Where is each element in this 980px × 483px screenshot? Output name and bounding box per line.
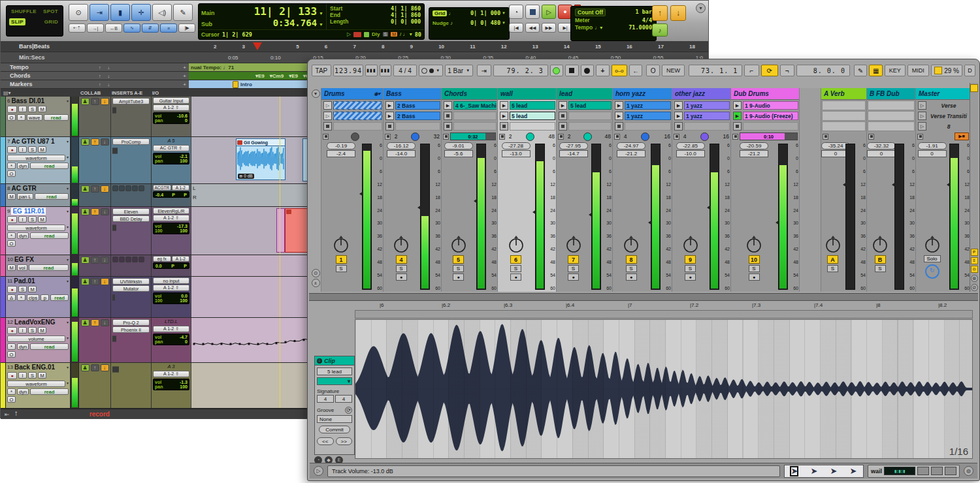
empty-slot[interactable] [395,122,440,131]
volume-value[interactable]: -14.0 [387,150,416,157]
return-slot[interactable] [868,101,915,110]
insert-slot[interactable] [119,257,125,262]
track-delay-value[interactable]: 4 [621,133,629,140]
clip-stop-button[interactable] [733,122,742,131]
output-path[interactable]: A 1-2 ⇧ [153,215,189,221]
track-stop-button[interactable] [917,134,923,140]
pan-mini-knob[interactable] [700,132,709,141]
volume-display[interactable]: -0.4PP [153,191,189,198]
mute-button[interactable]: M [38,106,46,112]
punch-out-icon[interactable]: ¬ [780,65,794,76]
grid-toggle[interactable]: Grid [433,10,447,16]
stop-button[interactable] [565,65,579,76]
track-name[interactable]: Back ENG.01 [14,364,55,371]
empty-slot[interactable] [868,101,915,110]
collab-owner-icon[interactable]: ♟ [81,319,90,326]
collab-upload-icon[interactable]: ↑ [91,208,99,215]
clip-progress-bar[interactable]: 0:32 [450,132,496,140]
track-small-button[interactable]: * [7,163,16,169]
automation-mode-button[interactable]: read [50,294,69,301]
loop-length-field[interactable]: 8. 0. 0 [796,65,850,76]
collab-download-icon[interactable]: ↓ [101,278,109,285]
track-activator-number[interactable]: A [827,255,838,264]
clip-slot[interactable]: ▶5 lead [498,101,555,110]
track-stop-button[interactable] [558,134,564,140]
ruler-label-markers[interactable]: Markers↑↓+ [1,80,189,88]
track-header[interactable]: 11Pad.01▾●SMΔ*clpspread [6,277,71,317]
volume-peak-value[interactable]: -9.01 [444,142,473,149]
volume-pan-display[interactable]: vol-17.3100100 [153,223,189,234]
track-header[interactable]: 10EG FX▾Mvolread [6,255,71,276]
sample-ruler[interactable]: |6|6.2|6.3|6.4|7|7.2|7.3|7.4|8|8.2 [355,301,973,310]
insert-slot[interactable] [116,148,118,154]
arm-button[interactable]: ● [453,273,464,281]
track-name[interactable]: Ac GTR U87 1 [11,138,54,145]
ruler-up-icon[interactable]: ↑ [99,74,101,78]
tap-tempo-button[interactable]: TAP [312,65,331,76]
arrangement-overview[interactable]: ➤➤➤➤ [784,465,864,478]
track-view-selector[interactable]: waveform [7,225,65,231]
collab-download-icon[interactable]: ↓ [101,185,109,193]
track-activator-number[interactable]: 9 [685,255,696,264]
track-small-button[interactable]: dyn [17,388,29,395]
solo-button[interactable]: S [568,265,579,272]
record-enable-button[interactable]: ● [7,372,17,379]
nudge-back-button[interactable]: << [317,437,334,445]
scene-play-icon[interactable]: ▷ [918,112,926,120]
insert-slot[interactable] [115,335,116,342]
quickpunch-icon[interactable] [364,32,369,37]
arm-button[interactable]: ● [510,273,521,281]
session-clip[interactable]: 1 yazz [684,101,730,110]
new-button[interactable]: NEW [662,65,685,76]
computer-midi-keyboard-icon[interactable]: ▦ [869,65,883,76]
volume-peak-value[interactable]: -27.95 [559,142,588,149]
session-clip[interactable]: 1 yazz [625,101,671,110]
volume-peak-value[interactable]: -20.59 [740,142,768,149]
mute-button[interactable]: M [7,264,16,271]
clip-slot[interactable]: ▶2 Bass [384,101,440,110]
collab-owner-icon[interactable]: ♟ [81,185,90,193]
volume-peak-value[interactable]: -32.32 [867,142,896,149]
mini-device-3[interactable] [945,467,956,475]
track-name-menu-icon[interactable]: ▾ [67,257,69,262]
io-path[interactable]: A 1-2 [172,256,190,262]
input-monitor-button[interactable]: I [18,327,27,334]
nudge-up-button[interactable]: ▮▮▮ [380,65,392,76]
solo-button[interactable]: S [28,106,37,112]
clip-slot[interactable] [384,121,440,131]
track-header[interactable]: 7Ac GTR U87 1▾●ISMwaveform▾*dynreadO [6,137,71,183]
track-title[interactable]: lead [557,88,612,100]
track-name-menu-icon[interactable]: ▾ [67,279,69,283]
quantization-menu[interactable]: 1 Bar▼ [445,65,473,76]
mini-device-1[interactable] [917,467,929,475]
scene-name[interactable]: Verse [928,102,970,109]
track-title[interactable]: wall [498,88,556,100]
group-fold-icon[interactable]: ◉▾ [374,91,380,97]
mute-button[interactable]: M [38,216,46,223]
track-small-button[interactable]: dyn [17,163,29,169]
volume-peak-value[interactable]: -22.85 [676,142,705,149]
signature-numerator[interactable]: 4 [317,395,334,403]
collab-download-icon[interactable]: ↓ [101,319,109,326]
insert-slot[interactable] [139,185,144,191]
solo-clear-icon[interactable]: S [383,32,389,37]
zoomer-tool-icon[interactable]: ⊙ [69,4,88,21]
collab-upload-icon[interactable]: ↑ [91,278,99,285]
track-small-button[interactable]: * [7,343,16,350]
draw-mode-pencil-icon[interactable]: ✎ [854,65,868,76]
mode-grid[interactable]: GRID [42,18,60,25]
clip-slot[interactable] [613,121,671,131]
insert-plugin[interactable]: UVIWrkstn [112,278,150,285]
track-title[interactable]: B FB Dub [867,88,915,100]
solo-button[interactable]: S [28,146,37,153]
selector-tool-icon[interactable]: ▮ [110,4,130,21]
track-stop-button[interactable] [385,134,391,140]
scroll-down-button[interactable]: ↓ [670,5,686,21]
pan-knob[interactable] [823,234,843,254]
clip-slot[interactable] [732,121,798,131]
ruler-down-icon[interactable]: ↓ [108,65,110,70]
overdub-button[interactable]: + [596,65,610,76]
chord-label[interactable]: ▾Cm9 [270,73,284,79]
track-title[interactable]: other jazz [672,88,730,100]
clip-slot[interactable]: ▶1 yazz [613,111,671,121]
